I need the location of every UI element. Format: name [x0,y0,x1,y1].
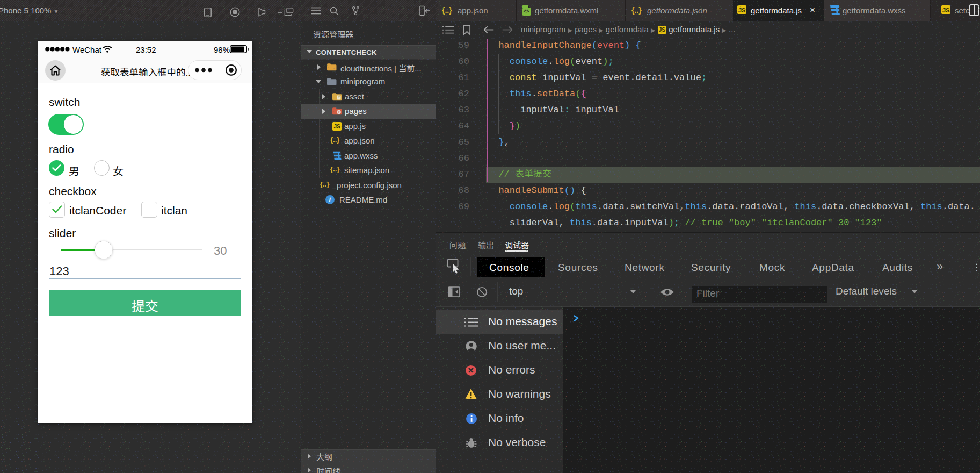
svg-text:<>: <> [523,8,529,14]
